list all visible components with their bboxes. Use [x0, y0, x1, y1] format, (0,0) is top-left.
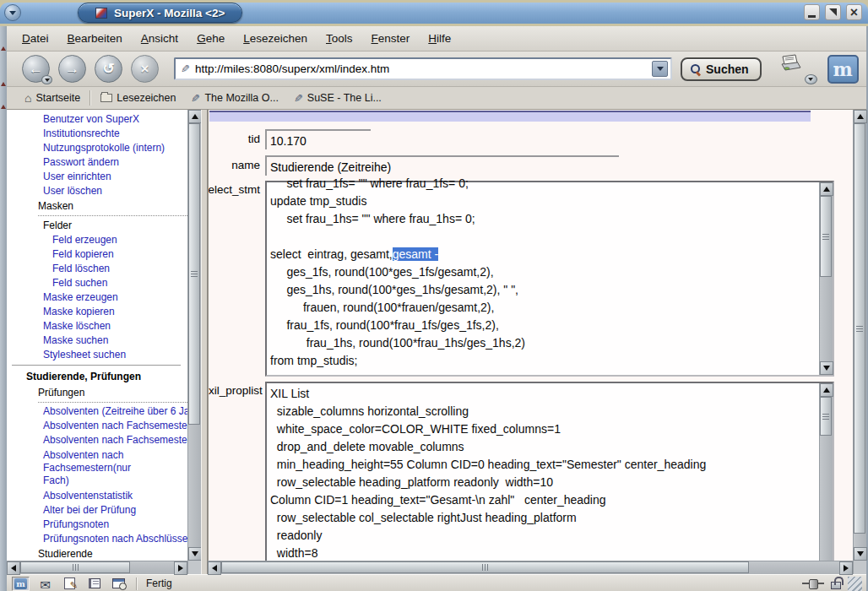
- sidebar-link[interactable]: Passwort ändern: [7, 155, 187, 170]
- window-menu-button[interactable]: [4, 4, 21, 21]
- close-button[interactable]: [846, 4, 862, 20]
- maximize-button[interactable]: [825, 4, 841, 20]
- personal-toolbar-item[interactable]: SuSE - The Li...: [286, 90, 389, 106]
- scroll-down-button[interactable]: [854, 547, 867, 561]
- menu-item-tools[interactable]: Tools: [326, 32, 353, 45]
- scroll-right-button[interactable]: [839, 561, 853, 575]
- search-button[interactable]: Suchen: [681, 57, 762, 81]
- sidebar-link[interactable]: Maske suchen: [7, 333, 187, 348]
- menu-item-gehe[interactable]: Gehe: [197, 32, 225, 45]
- sidebar-horizontal-scrollbar[interactable]: [7, 561, 187, 574]
- menu-item-ansicht[interactable]: Ansicht: [141, 32, 178, 45]
- titlebar[interactable]: SuperX - Mozilla <2>: [0, 3, 868, 24]
- scrollbar-thumb[interactable]: [20, 561, 130, 573]
- textarea-scrollbar[interactable]: [819, 383, 833, 561]
- sidebar-link[interactable]: Absolventen nach Fachsemestern (mit: [7, 433, 187, 447]
- url-bar[interactable]: ✎: [174, 57, 672, 80]
- sidebar-link[interactable]: Feld kopieren: [7, 247, 187, 262]
- url-input[interactable]: [195, 62, 652, 75]
- sidebar-link[interactable]: Absolventen nach Fachsemestern(nur Fach): [7, 447, 187, 489]
- sidebar-frame: Benutzer von SuperXInstitutionsrechteNut…: [7, 110, 201, 561]
- scrollbar-thumb[interactable]: [188, 123, 200, 425]
- scroll-right-button[interactable]: [174, 561, 187, 575]
- scrollbar-thumb[interactable]: [854, 123, 865, 534]
- textarea-scrollbar[interactable]: [819, 182, 833, 375]
- sidebar-link[interactable]: Benutzer von SuperX: [7, 112, 187, 127]
- sidebar-link[interactable]: Maske kopieren: [7, 305, 187, 319]
- sidebar-link[interactable]: Stylesheet suchen: [7, 348, 187, 362]
- scrollbar-thumb[interactable]: [820, 196, 832, 277]
- select-stmt-textarea[interactable]: set frau_1fs= "" where frau_1fs= 0;updat…: [265, 181, 834, 377]
- print-button[interactable]: [775, 54, 819, 84]
- sidebar-link[interactable]: Absolventen (Zeitreihe über 6 Jahre): [7, 404, 187, 419]
- stop-button[interactable]: ×: [131, 55, 159, 83]
- mozilla-logo-button[interactable]: m: [827, 55, 859, 84]
- print-dropdown-button[interactable]: [805, 74, 817, 84]
- sidebar-link[interactable]: Nutzungsprotokolle (intern): [7, 141, 187, 155]
- sidebar-link[interactable]: Institutionsrechte: [7, 127, 187, 141]
- toolbar-grippy-icon[interactable]: [1, 82, 6, 86]
- reload-button[interactable]: ↺: [95, 55, 122, 83]
- scrollbar-thumb[interactable]: [820, 397, 832, 436]
- mail-component-button[interactable]: [36, 577, 54, 591]
- scroll-left-button[interactable]: [208, 561, 221, 575]
- window-controls: [804, 4, 862, 20]
- name-input[interactable]: [265, 155, 619, 176]
- calendar-component-button[interactable]: [110, 577, 127, 591]
- sidebar-link[interactable]: Prüfungsnoten: [7, 518, 187, 532]
- back-history-dropdown[interactable]: [41, 75, 52, 84]
- sidebar-link[interactable]: Maske löschen: [7, 319, 187, 333]
- scrollbar-track[interactable]: [854, 123, 866, 547]
- scrollbar-track[interactable]: [221, 561, 839, 574]
- sidebar-link[interactable]: Alter bei der Prüfung: [7, 503, 187, 518]
- scroll-left-button[interactable]: [7, 561, 20, 575]
- scrollbar-track[interactable]: [20, 561, 174, 574]
- personal-toolbar-item[interactable]: Startseite: [17, 89, 88, 106]
- minimize-button[interactable]: [804, 4, 820, 20]
- tid-input[interactable]: [265, 129, 371, 149]
- personal-toolbar-item[interactable]: Lesezeichen: [93, 90, 183, 106]
- toolbar-grippy-icon[interactable]: [1, 105, 6, 109]
- frame-divider[interactable]: [201, 110, 208, 561]
- forward-button[interactable]: →: [58, 55, 86, 83]
- scrollbar-track[interactable]: [820, 397, 833, 561]
- scrollbar-track[interactable]: [188, 123, 201, 547]
- personal-toolbar-item[interactable]: The Mozilla O...: [183, 90, 285, 106]
- scrollbar-thumb[interactable]: [221, 561, 749, 573]
- unlocked-padlock-icon[interactable]: [831, 582, 841, 589]
- scroll-down-button[interactable]: [188, 547, 202, 561]
- sidebar-link[interactable]: Absolventen nach Fachsemestern: [7, 419, 187, 433]
- menu-item-fenster[interactable]: Fenster: [372, 32, 410, 45]
- sidebar-link[interactable]: Feld löschen: [7, 262, 187, 276]
- scroll-down-button[interactable]: [820, 361, 833, 375]
- back-button[interactable]: ←: [22, 55, 50, 83]
- scrollbar-track[interactable]: [820, 196, 833, 361]
- sidebar-link[interactable]: Maske erzeugen: [7, 290, 187, 305]
- window-resize-grip[interactable]: [848, 577, 862, 591]
- scroll-up-button[interactable]: [820, 182, 833, 196]
- sidebar-link[interactable]: User löschen: [7, 184, 187, 198]
- main-vertical-scrollbar[interactable]: [853, 110, 866, 561]
- scroll-up-button[interactable]: [188, 110, 202, 123]
- bookmark-pencil-icon[interactable]: ✎: [181, 62, 190, 75]
- arrow-down-icon: [823, 366, 830, 371]
- menu-item-lesezeichen[interactable]: Lesezeichen: [243, 32, 307, 45]
- composer-component-button[interactable]: [61, 577, 79, 591]
- url-dropdown-button[interactable]: [652, 61, 668, 77]
- navigator-component-button[interactable]: m: [12, 577, 30, 591]
- scroll-up-button[interactable]: [820, 383, 833, 397]
- menu-item-bearbeiten[interactable]: Bearbeiten: [68, 32, 122, 45]
- sidebar-link[interactable]: Absolventenstatistik: [7, 489, 187, 503]
- sidebar-link[interactable]: Feld erzeugen: [7, 233, 187, 247]
- xil-proplist-textarea[interactable]: XIL List sizable_columns horizontal_scro…: [265, 382, 834, 561]
- sidebar-vertical-scrollbar[interactable]: [187, 110, 201, 561]
- toolbar-grippy-icon[interactable]: [1, 46, 6, 51]
- sidebar-link[interactable]: User einrichten: [7, 170, 187, 184]
- addressbook-component-button[interactable]: [85, 577, 103, 591]
- menu-item-hilfe[interactable]: Hilfe: [428, 32, 451, 45]
- sidebar-link[interactable]: Prüfungsnoten nach Abschlüssen: [7, 532, 187, 546]
- menu-item-datei[interactable]: Datei: [22, 32, 49, 45]
- main-horizontal-scrollbar[interactable]: [208, 561, 853, 574]
- scroll-up-button[interactable]: [854, 110, 867, 123]
- sidebar-link[interactable]: Feld suchen: [7, 276, 187, 290]
